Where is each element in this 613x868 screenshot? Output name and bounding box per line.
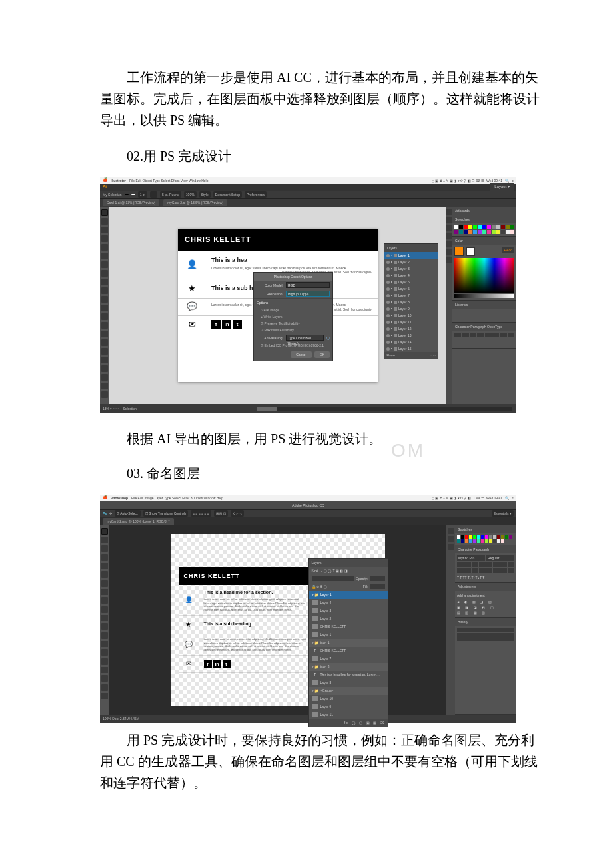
disclosure-triangle-icon[interactable]: ▸ (391, 333, 392, 337)
type-tool-icon[interactable] (101, 658, 108, 665)
ps-collapsed-panel-strip[interactable] (446, 525, 455, 715)
preferences-button[interactable]: Preferences (245, 191, 267, 198)
layer-row[interactable]: ▸Layer 10 (384, 312, 438, 319)
symbol-tool-icon[interactable] (101, 383, 108, 389)
disclosure-triangle-icon[interactable]: ▸ (391, 267, 392, 271)
swatch[interactable] (465, 535, 468, 539)
pen-tool-icon[interactable] (101, 649, 108, 656)
layer-row[interactable]: ▸Layer 5 (384, 279, 438, 285)
swatch[interactable] (492, 225, 496, 229)
swatch[interactable] (510, 225, 514, 229)
layer-row[interactable]: ▸Layer 8 (384, 299, 438, 305)
healing-tool-icon[interactable] (101, 580, 108, 587)
ps-layers-footer[interactable]: fx ◯ ▢ ▣ ▦ ⌫ (309, 719, 388, 727)
layer-row[interactable]: ▸Layer 11 (384, 319, 438, 325)
swatch[interactable] (501, 230, 505, 234)
layer-row[interactable]: Layer 3 (309, 607, 388, 615)
perspective-tool-icon[interactable] (101, 339, 108, 346)
color-panel[interactable]: Color + Add (452, 237, 516, 301)
swatch[interactable] (496, 225, 500, 229)
menu-icon[interactable]: ≡ (512, 495, 514, 501)
disclosure-triangle-icon[interactable]: ▸ (391, 340, 392, 344)
ps-document-tabs[interactable]: myCard-2.psd @ 100% (Layer 1, RGB/8) * (100, 517, 516, 525)
ps-character-panel[interactable]: Character Paragraph Myriad Pro Regular T… (455, 545, 516, 583)
ai-control-bar[interactable]: My Selection 1 pt — 5 pt. Round 100% Sty… (100, 191, 516, 199)
layer-group[interactable]: ▾ 📁 icon-2 (309, 663, 388, 671)
layer-row[interactable]: ▸Layer 15 (384, 345, 438, 352)
disclosure-triangle-icon[interactable]: ▸ (391, 273, 392, 277)
opacity-input[interactable] (370, 576, 385, 581)
visibility-icon[interactable] (386, 341, 390, 344)
visibility-icon[interactable] (386, 274, 390, 277)
line-tool-icon[interactable] (101, 253, 108, 259)
swatch[interactable] (489, 535, 492, 539)
swatch[interactable] (492, 230, 496, 234)
swatch[interactable] (457, 539, 460, 543)
ok-button[interactable]: OK (314, 351, 330, 358)
layer-row[interactable]: ▸Layer 4 (384, 272, 438, 279)
horizontal-scrollbar[interactable] (257, 407, 512, 411)
visibility-icon[interactable] (386, 254, 390, 257)
ai-collapsed-panel-strip[interactable] (446, 207, 452, 404)
panel-icon[interactable] (446, 225, 452, 231)
swatch[interactable] (487, 230, 491, 234)
opt-max-edit[interactable]: ☑ Maximum Editability (254, 327, 332, 333)
color-model-select[interactable]: RGB (286, 282, 330, 288)
dodge-tool-icon[interactable] (101, 641, 108, 647)
doc-setup-button[interactable]: Document Setup (213, 191, 242, 198)
scale-tool-icon[interactable] (101, 305, 108, 311)
swatch[interactable] (482, 230, 486, 234)
swatch[interactable] (477, 539, 480, 543)
swatch[interactable] (481, 539, 484, 543)
visibility-icon[interactable] (386, 261, 390, 264)
history-state[interactable] (457, 637, 514, 641)
eraser-tool-icon[interactable] (101, 287, 108, 294)
eraser-tool-icon[interactable] (101, 615, 108, 621)
layer-row[interactable]: ▾ Layer 1 (384, 252, 438, 259)
swatch[interactable] (465, 539, 468, 543)
gradient-tool-icon[interactable] (101, 623, 108, 630)
cancel-button[interactable]: Cancel (291, 351, 312, 358)
swatch[interactable] (489, 539, 492, 543)
panel-icon[interactable] (446, 209, 452, 215)
swatch[interactable] (505, 535, 508, 539)
visibility-icon[interactable] (386, 301, 390, 304)
tumblr-icon[interactable]: t (223, 660, 231, 668)
panel-icon[interactable] (446, 233, 452, 239)
shape-layer[interactable]: Layer 7 (309, 655, 388, 663)
visibility-icon[interactable] (386, 267, 390, 271)
swatch[interactable] (497, 535, 500, 539)
opt-icc-profile[interactable]: ☑ Embed ICC Profile: sRGB IEC61966-2.1 (254, 342, 332, 349)
ps-swatches-panel[interactable]: Swatches (455, 525, 516, 545)
align-buttons[interactable]: ≡ ≡ ≡ ≡ ≡ ≡ (191, 510, 211, 517)
panel-icon[interactable] (446, 241, 452, 247)
type-tool-icon[interactable] (101, 244, 108, 251)
swatch[interactable] (485, 539, 488, 543)
swatch[interactable] (468, 230, 472, 234)
ai-layers-panel[interactable]: Layers ▾ Layer 1 ▸Layer 2▸Layer 3▸Layer … (384, 243, 438, 359)
fill-color-icon[interactable] (454, 247, 464, 256)
layer-group[interactable]: ▾ 📁 Layer 1 (309, 591, 388, 599)
visibility-icon[interactable] (386, 307, 390, 311)
swatch[interactable] (473, 539, 476, 543)
quick-select-tool-icon[interactable] (101, 554, 108, 561)
ai-document-tabs[interactable]: Card-1.ai @ 13% (RGB/Preview) myCard-2.a… (100, 199, 516, 207)
type-layer[interactable]: TThis is a headline for a section. Lorem… (309, 671, 388, 679)
disclosure-triangle-icon[interactable]: ▸ (391, 320, 392, 324)
ctrl-seg[interactable]: 5 pt. Round (160, 191, 181, 198)
rectangle-tool-icon[interactable] (101, 261, 108, 268)
ai-layout-dropdown[interactable]: Layout ▾ (490, 183, 514, 191)
font-select[interactable]: Myriad Pro (457, 555, 485, 561)
swatch[interactable] (454, 225, 458, 229)
disclosure-triangle-icon[interactable]: ▸ (391, 313, 392, 317)
width-tool-icon[interactable] (101, 313, 108, 320)
zoom-tool-icon[interactable] (101, 693, 108, 699)
swatch[interactable] (459, 225, 463, 229)
layer-row[interactable]: ▸Layer 14 (384, 339, 438, 345)
swatch[interactable] (487, 225, 491, 229)
swatch[interactable] (485, 535, 488, 539)
libraries-panel[interactable]: Libraries (452, 301, 516, 323)
resolution-select[interactable]: High (300 ppi) (286, 291, 330, 297)
visibility-icon[interactable] (386, 314, 390, 317)
auto-select-checkbox[interactable]: ☑ Auto-Select: (115, 510, 140, 517)
